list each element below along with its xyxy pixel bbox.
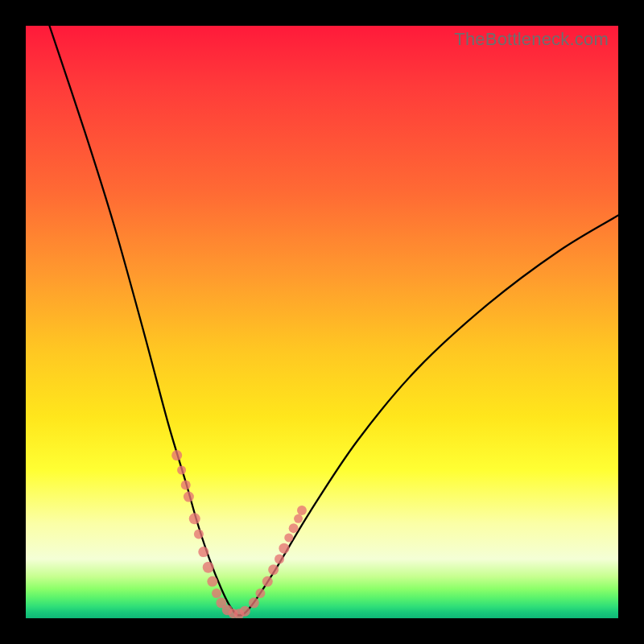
curve-line <box>49 26 618 615</box>
marker-point <box>181 480 191 489</box>
watermark-text: TheBottleneck.com <box>454 29 609 50</box>
marker-point <box>255 588 265 598</box>
marker-point <box>294 514 303 523</box>
marker-group <box>171 450 307 618</box>
marker-point <box>177 466 186 475</box>
marker-point <box>284 533 293 542</box>
marker-point <box>275 554 284 564</box>
marker-point <box>216 597 226 608</box>
marker-point <box>289 523 299 533</box>
marker-point <box>212 588 221 598</box>
chart-frame: TheBottleneck.com <box>0 0 644 644</box>
marker-point <box>279 543 289 554</box>
marker-point <box>229 609 238 618</box>
marker-point <box>171 450 182 460</box>
marker-point <box>184 492 194 502</box>
chart-svg <box>26 26 618 618</box>
marker-point <box>262 576 273 587</box>
marker-point <box>207 576 217 587</box>
marker-point <box>233 609 244 618</box>
marker-point <box>194 529 204 539</box>
marker-point <box>268 564 279 575</box>
marker-point <box>203 562 214 573</box>
marker-point <box>189 513 200 524</box>
marker-point <box>249 597 259 608</box>
marker-point <box>297 506 307 515</box>
plot-area: TheBottleneck.com <box>26 26 618 618</box>
marker-point <box>240 606 250 617</box>
marker-point <box>198 547 208 557</box>
marker-point <box>222 605 233 615</box>
